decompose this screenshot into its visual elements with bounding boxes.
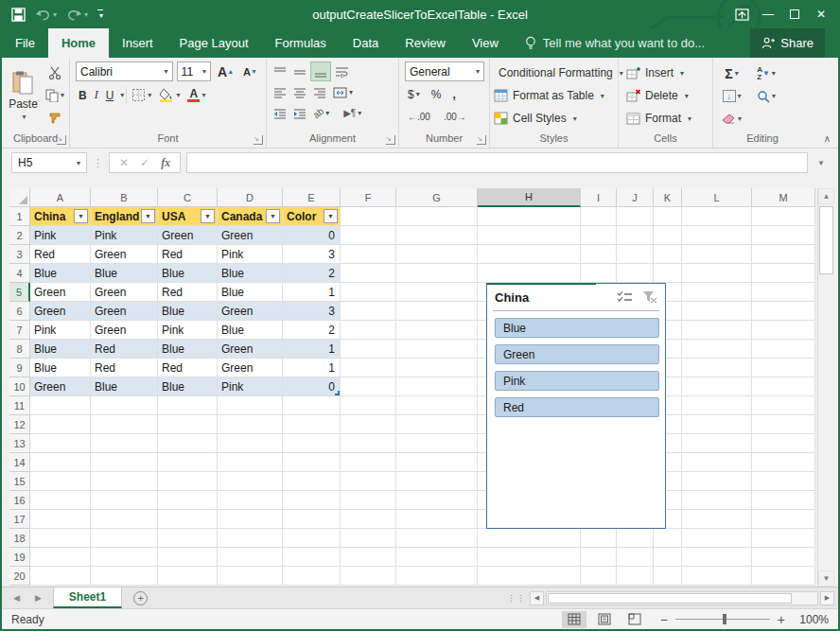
cell-L10[interactable] bbox=[682, 377, 752, 396]
fill-color-button[interactable]: ▾ bbox=[156, 85, 183, 105]
filter-button-China[interactable]: ▼ bbox=[74, 209, 88, 223]
horizontal-scrollbar[interactable]: ◀ ▶ bbox=[526, 587, 838, 608]
redo-button[interactable]: ▾ bbox=[66, 9, 88, 21]
cell-L12[interactable] bbox=[682, 415, 752, 434]
cell-B8[interactable]: Red bbox=[91, 340, 158, 359]
cell-G8[interactable] bbox=[396, 340, 478, 359]
cell-L14[interactable] bbox=[682, 453, 752, 472]
cell-F11[interactable] bbox=[341, 396, 396, 415]
cell-L11[interactable] bbox=[682, 396, 752, 415]
new-sheet-button[interactable]: + bbox=[133, 587, 148, 608]
collapse-ribbon-button[interactable]: ∧ bbox=[824, 133, 831, 144]
cell-C14[interactable] bbox=[158, 453, 218, 472]
cell-C18[interactable] bbox=[158, 529, 218, 548]
cell-L15[interactable] bbox=[682, 472, 752, 491]
close-button[interactable]: ✕ bbox=[810, 4, 832, 25]
wrap-text-button[interactable] bbox=[332, 61, 352, 81]
cell-G15[interactable] bbox=[396, 472, 478, 491]
cancel-entry-button[interactable]: ✕ bbox=[119, 156, 129, 169]
cell-G11[interactable] bbox=[396, 396, 478, 415]
cell-F6[interactable] bbox=[341, 302, 396, 321]
cell-G16[interactable] bbox=[396, 491, 478, 510]
filter-button-USA[interactable]: ▼ bbox=[201, 209, 215, 223]
slicer-item-Blue[interactable]: Blue bbox=[495, 318, 659, 338]
expand-formula-bar-button[interactable]: ▾ bbox=[814, 158, 829, 167]
cell-G3[interactable] bbox=[396, 245, 478, 264]
cell-E3[interactable]: 3 bbox=[283, 245, 341, 264]
format-cells-button[interactable]: Format▾ bbox=[626, 107, 705, 130]
cell-C13[interactable] bbox=[158, 434, 218, 453]
row-header-11[interactable]: 11 bbox=[9, 396, 30, 415]
cell-F16[interactable] bbox=[341, 491, 396, 510]
cell-D13[interactable] bbox=[218, 434, 283, 453]
customize-qat-button[interactable]: ▾ bbox=[97, 9, 103, 20]
cell-L5[interactable] bbox=[682, 283, 752, 302]
cell-H18[interactable] bbox=[478, 529, 581, 548]
cell-C1[interactable]: USA▼ bbox=[158, 207, 218, 226]
cell-D11[interactable] bbox=[218, 396, 283, 415]
cell-B20[interactable] bbox=[91, 567, 158, 586]
number-format-combo[interactable]: General▾ bbox=[405, 61, 484, 81]
enter-entry-button[interactable]: ✓ bbox=[140, 156, 149, 169]
cell-H20[interactable] bbox=[478, 567, 581, 586]
cell-I3[interactable] bbox=[581, 245, 617, 264]
share-button[interactable]: Share bbox=[750, 28, 825, 58]
zoom-out-button[interactable]: − bbox=[660, 612, 668, 627]
cell-C4[interactable]: Blue bbox=[158, 264, 218, 283]
cell-A13[interactable] bbox=[30, 434, 91, 453]
cell-F15[interactable] bbox=[341, 472, 396, 491]
cell-M18[interactable] bbox=[752, 529, 815, 548]
tell-me-box[interactable]: Tell me what you want to do... bbox=[525, 28, 705, 58]
column-header-H[interactable]: H bbox=[478, 188, 581, 207]
cell-B13[interactable] bbox=[91, 434, 158, 453]
cell-L7[interactable] bbox=[682, 321, 752, 340]
cell-F17[interactable] bbox=[341, 510, 396, 529]
cell-E6[interactable]: 3 bbox=[283, 302, 341, 321]
insert-cells-button[interactable]: Insert▾ bbox=[626, 61, 705, 84]
bottom-align-button[interactable] bbox=[310, 61, 331, 81]
column-header-D[interactable]: D bbox=[218, 188, 283, 207]
percent-button[interactable]: % bbox=[429, 84, 445, 104]
cell-F8[interactable] bbox=[341, 340, 396, 359]
row-header-14[interactable]: 14 bbox=[9, 453, 30, 472]
cell-G18[interactable] bbox=[396, 529, 478, 548]
row-header-15[interactable]: 15 bbox=[9, 472, 30, 491]
cell-M7[interactable] bbox=[752, 321, 815, 340]
cell-E9[interactable]: 1 bbox=[283, 359, 341, 377]
sheet-tab-sheet1[interactable]: Sheet1 bbox=[53, 587, 122, 608]
cell-A4[interactable]: Blue bbox=[30, 264, 91, 283]
cell-E5[interactable]: 1 bbox=[283, 283, 341, 302]
tab-page-layout[interactable]: Page Layout bbox=[166, 28, 262, 58]
format-as-table-button[interactable]: Format as Table▾ bbox=[494, 84, 614, 107]
vertical-scrollbar[interactable]: ▲▼ bbox=[817, 188, 834, 587]
font-size-combo[interactable]: 11▾ bbox=[177, 61, 211, 81]
cell-J3[interactable] bbox=[617, 245, 654, 264]
scroll-right-button[interactable]: ▶ bbox=[820, 591, 834, 605]
cell-E15[interactable] bbox=[283, 472, 341, 491]
sort-filter-button[interactable]: AZ▼▾ bbox=[754, 63, 779, 83]
cell-M15[interactable] bbox=[752, 472, 815, 491]
cell-C15[interactable] bbox=[158, 472, 218, 491]
cell-F3[interactable] bbox=[341, 245, 396, 264]
cell-K18[interactable] bbox=[654, 529, 682, 548]
column-header-E[interactable]: E bbox=[283, 188, 341, 207]
cell-L8[interactable] bbox=[682, 340, 752, 359]
row-header-13[interactable]: 13 bbox=[9, 434, 30, 453]
cell-D18[interactable] bbox=[218, 529, 283, 548]
cell-C11[interactable] bbox=[158, 396, 218, 415]
text-direction-button[interactable]: ▶¶▾ bbox=[341, 103, 364, 123]
cell-D6[interactable]: Green bbox=[218, 302, 283, 321]
cell-G12[interactable] bbox=[396, 415, 478, 434]
cell-E12[interactable] bbox=[283, 415, 341, 434]
cell-A8[interactable]: Blue bbox=[30, 340, 91, 359]
prev-sheet-button[interactable]: ◀ bbox=[13, 593, 20, 603]
cell-B16[interactable] bbox=[91, 491, 158, 510]
cell-K3[interactable] bbox=[654, 245, 682, 264]
cell-B18[interactable] bbox=[91, 529, 158, 548]
comma-style-button[interactable]: , bbox=[449, 84, 458, 104]
cell-F4[interactable] bbox=[341, 264, 396, 283]
cell-E1[interactable]: Color▼ bbox=[283, 207, 341, 226]
cell-F13[interactable] bbox=[341, 434, 396, 453]
copy-button[interactable]: ▾ bbox=[43, 85, 67, 105]
increase-indent-button[interactable] bbox=[290, 103, 309, 123]
